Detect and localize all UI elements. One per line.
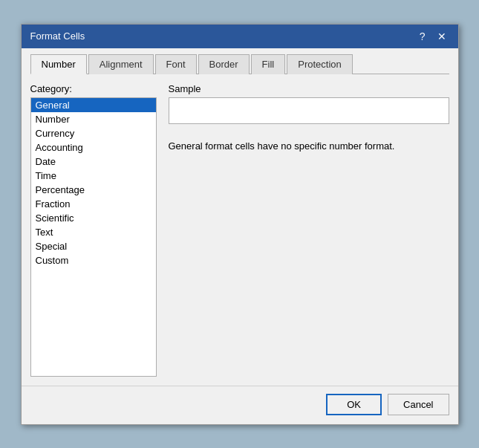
dialog-footer: OK Cancel <box>22 386 458 424</box>
sample-box <box>169 97 449 124</box>
close-button[interactable]: ✕ <box>434 31 449 42</box>
format-cells-dialog: Format Cells ? ✕ NumberAlignmentFontBord… <box>21 24 459 425</box>
sample-label: Sample <box>169 83 449 94</box>
category-item-currency[interactable]: Currency <box>31 126 156 140</box>
category-label: Category: <box>30 83 157 94</box>
category-item-scientific[interactable]: Scientific <box>31 211 156 225</box>
tab-alignment[interactable]: Alignment <box>88 54 154 74</box>
sample-section: Sample <box>169 83 449 124</box>
category-section: Category: GeneralNumberCurrencyAccountin… <box>30 83 157 377</box>
dialog-content: NumberAlignmentFontBorderFillProtection … <box>22 48 458 386</box>
tab-protection[interactable]: Protection <box>287 54 353 74</box>
title-bar: Format Cells ? ✕ <box>22 25 458 48</box>
main-area: Category: GeneralNumberCurrencyAccountin… <box>30 83 449 377</box>
tab-number[interactable]: Number <box>30 54 87 74</box>
category-item-date[interactable]: Date <box>31 155 156 169</box>
description-text: General format cells have no specific nu… <box>169 139 449 154</box>
category-item-accounting[interactable]: Accounting <box>31 140 156 155</box>
tab-fill[interactable]: Fill <box>251 54 286 74</box>
category-item-text[interactable]: Text <box>31 225 156 239</box>
category-item-fraction[interactable]: Fraction <box>31 197 156 211</box>
category-item-custom[interactable]: Custom <box>31 253 156 267</box>
tab-bar: NumberAlignmentFontBorderFillProtection <box>30 54 449 74</box>
tab-font[interactable]: Font <box>155 54 197 74</box>
dialog-title: Format Cells <box>30 30 85 42</box>
tab-border[interactable]: Border <box>198 54 250 74</box>
category-list-inner[interactable]: GeneralNumberCurrencyAccountingDateTimeP… <box>31 98 156 376</box>
ok-button[interactable]: OK <box>326 394 382 415</box>
help-icon[interactable]: ? <box>420 30 426 42</box>
category-item-number[interactable]: Number <box>31 112 156 126</box>
category-item-time[interactable]: Time <box>31 169 156 183</box>
category-item-special[interactable]: Special <box>31 239 156 253</box>
cancel-button[interactable]: Cancel <box>388 394 449 415</box>
right-panel: Sample General format cells have no spec… <box>169 83 449 377</box>
category-list[interactable]: GeneralNumberCurrencyAccountingDateTimeP… <box>30 97 157 377</box>
category-item-general[interactable]: General <box>31 98 156 112</box>
title-bar-controls: ? ✕ <box>420 30 449 42</box>
category-item-percentage[interactable]: Percentage <box>31 183 156 197</box>
